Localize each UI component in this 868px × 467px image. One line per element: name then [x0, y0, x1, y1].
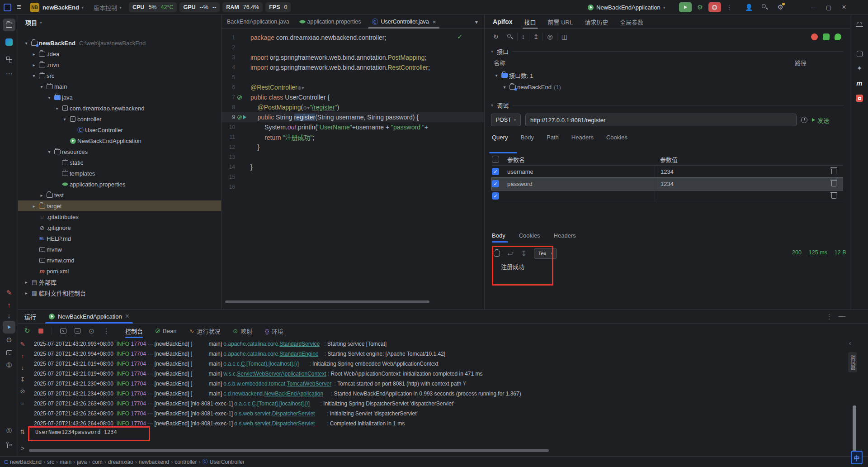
- soft-wrap-icon[interactable]: ⮐: [507, 250, 514, 257]
- param-checkbox[interactable]: ✓: [492, 192, 499, 200]
- editor-tab-UserController.java[interactable]: ⒸUserController.java×: [366, 15, 441, 29]
- problems-tool-button[interactable]: ①: [3, 359, 15, 372]
- tree-item-.idea[interactable]: ▸.idea: [18, 48, 221, 59]
- chevron-icon[interactable]: ▾: [46, 95, 53, 100]
- tree-item-.gitattributes[interactable]: ≡.gitattributes: [18, 211, 221, 222]
- inspection-ok-icon[interactable]: ✓: [457, 33, 462, 40]
- tree-item-.mvn[interactable]: ▸.mvn: [18, 59, 221, 70]
- chevron-icon[interactable]: ▾: [30, 73, 38, 78]
- chevron-down-icon[interactable]: ▾: [501, 85, 508, 90]
- param-checkbox[interactable]: ✓: [492, 180, 499, 187]
- terminal-tool-button[interactable]: ›_: [3, 346, 15, 359]
- vcs-widget[interactable]: 版本控制 ▾: [84, 0, 122, 15]
- chevron-icon[interactable]: ▸: [38, 193, 45, 198]
- database-tool-button[interactable]: [853, 48, 866, 60]
- project-widget[interactable]: newBackEnd ▾: [42, 0, 84, 15]
- edit-icon[interactable]: ✎: [3, 286, 15, 299]
- run-view-控制台[interactable]: 控制台: [125, 324, 143, 338]
- apifox-tab-接口[interactable]: 接口: [524, 15, 536, 29]
- add-user-icon[interactable]: 👤: [745, 4, 753, 11]
- debug-section-header[interactable]: ▾ 调试: [485, 93, 850, 110]
- run-view-运行状况[interactable]: ∿运行状况: [189, 324, 220, 338]
- search-icon[interactable]: [762, 4, 768, 10]
- project-tool-button[interactable]: [3, 19, 15, 31]
- request-tab-Query[interactable]: Query: [492, 134, 508, 141]
- maven-tool-button[interactable]: m: [853, 76, 866, 89]
- console-up-icon[interactable]: ↑: [17, 351, 28, 361]
- breadcrumb-item-UserController[interactable]: ⒸUserController: [203, 459, 245, 465]
- apifox-tab-全局参数[interactable]: 全局参数: [620, 15, 643, 29]
- tree-item-.gitignore[interactable]: ⊘.gitignore: [18, 222, 221, 233]
- tree-item-controller[interactable]: ▾controller: [18, 114, 221, 124]
- delete-param-icon[interactable]: [831, 169, 836, 174]
- param-name[interactable]: password: [507, 181, 655, 187]
- editor-tab-application.properties[interactable]: application.properties: [295, 15, 367, 29]
- run-view-映射[interactable]: ⊙映射: [233, 324, 252, 338]
- tree-item-test[interactable]: ▸test: [18, 190, 221, 200]
- history-clock-icon[interactable]: [801, 117, 807, 123]
- debugger-side-tab[interactable]: 调试器: [848, 352, 857, 372]
- soft-wrap-icon[interactable]: ≡: [17, 398, 28, 408]
- breadcrumb-item-newBackEnd[interactable]: newBackEnd: [5, 459, 42, 465]
- bean-gutter-icon[interactable]: [237, 115, 242, 119]
- more-tools-button[interactable]: ⋯: [3, 67, 15, 80]
- ai-tool-button[interactable]: ✦: [853, 62, 866, 75]
- chevron-icon[interactable]: ▸: [23, 280, 30, 285]
- run-view-Bean[interactable]: Bean: [156, 324, 176, 338]
- request-tab-Cookies[interactable]: Cookies: [606, 134, 627, 141]
- run-panel-hide-icon[interactable]: —: [838, 312, 845, 320]
- tree-item-外部库[interactable]: ▸▤外部库: [18, 276, 221, 287]
- request-tab-Path[interactable]: Path: [547, 134, 559, 141]
- clear-console-icon[interactable]: ⊘: [17, 386, 28, 396]
- commit-tool-button[interactable]: [3, 36, 15, 48]
- api-tree-item[interactable]: ▾newBackEnd(1): [485, 81, 850, 93]
- breadcrumb[interactable]: newBackEnd›src›main›java›com›dreamxiao›n…: [0, 459, 245, 465]
- split-view-icon[interactable]: ◫: [557, 33, 571, 41]
- main-menu-button[interactable]: ≡: [11, 0, 27, 15]
- delete-param-icon[interactable]: [831, 181, 836, 186]
- url-input[interactable]: http://127.0.0.1:8081/register: [525, 114, 797, 126]
- chevron-icon[interactable]: ▸: [23, 291, 30, 295]
- chevron-icon[interactable]: ▾: [46, 149, 53, 154]
- chevron-icon[interactable]: ▸: [30, 52, 38, 57]
- delete-param-icon[interactable]: [831, 193, 836, 199]
- breadcrumb-item-newbackend[interactable]: newbackend: [139, 459, 169, 465]
- param-row[interactable]: ✓: [492, 190, 843, 202]
- apifox-tool-button[interactable]: [853, 92, 866, 105]
- project-panel-header[interactable]: 项目 ▾: [18, 15, 221, 29]
- project-badge[interactable]: NB: [27, 0, 42, 15]
- console-vertical-scrollbar[interactable]: [853, 405, 856, 453]
- locate-icon[interactable]: ◎: [543, 33, 557, 41]
- down-arrow-icon[interactable]: ↓: [3, 309, 15, 322]
- minimize-button[interactable]: —: [806, 0, 821, 15]
- request-tab-Headers[interactable]: Headers: [571, 134, 594, 141]
- tree-item-target[interactable]: ▸target: [18, 200, 221, 211]
- chevron-icon[interactable]: ▾: [61, 117, 68, 122]
- settings-gear-icon[interactable]: ⚙: [777, 3, 783, 11]
- git-branch-icon[interactable]: [3, 438, 15, 451]
- tree-item-static[interactable]: static: [18, 157, 221, 168]
- response-tab-Headers[interactable]: Headers: [554, 232, 576, 239]
- editor-horizontal-scrollbar[interactable]: [225, 300, 429, 303]
- console-collapse-icon[interactable]: ‹: [849, 339, 851, 347]
- close-icon[interactable]: ×: [433, 19, 436, 25]
- tree-item-resources[interactable]: ▾resources: [18, 146, 221, 157]
- tree-item-pom.xml[interactable]: mpom.xml: [18, 266, 221, 276]
- sort-icon[interactable]: ⇅: [17, 427, 28, 437]
- send-button[interactable]: 发送: [812, 116, 829, 124]
- run-tool-button[interactable]: [3, 321, 15, 334]
- param-value[interactable]: [655, 190, 825, 202]
- chevron-icon[interactable]: ▾: [53, 106, 61, 111]
- import-icon[interactable]: →: [75, 328, 80, 334]
- console-output[interactable]: 2025-07-20T21:43:20.993+08:00 INFO 17704…: [34, 339, 848, 429]
- chevron-icon[interactable]: ▸: [30, 204, 38, 209]
- breadcrumb-item-com[interactable]: com: [92, 459, 103, 465]
- request-tab-Body[interactable]: Body: [520, 134, 534, 141]
- code-area[interactable]: 1package com.dreamxiao.newbackend.contro…: [222, 29, 484, 192]
- param-checkbox[interactable]: ✓: [492, 168, 499, 175]
- tree-item-templates[interactable]: templates: [18, 168, 221, 179]
- bean-gutter-icon[interactable]: [237, 95, 242, 100]
- tree-item-application.properties[interactable]: application.properties: [18, 179, 221, 190]
- tree-item-NewBackEndApplication[interactable]: NewBackEndApplication: [18, 135, 221, 146]
- clear-brush-icon[interactable]: [494, 251, 500, 257]
